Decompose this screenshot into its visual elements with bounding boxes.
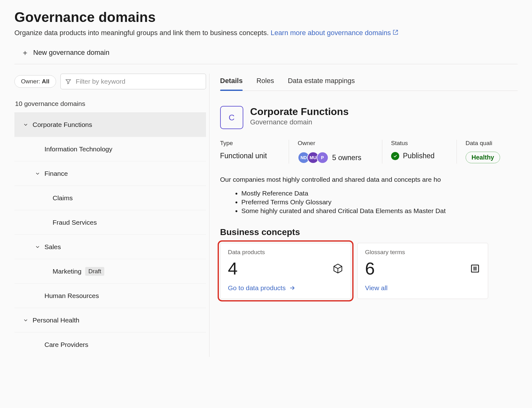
card-link-text: Go to data products [228,284,286,292]
new-governance-domain-button[interactable]: ＋ New governance domain [14,46,109,64]
domain-count: 10 governance domains [15,100,206,107]
bullet: Some highly curated and shared Critical … [241,207,518,215]
node-label: Marketing [53,268,81,275]
node-label: Sales [44,243,61,251]
bullet: Preferred Terms Only Glossary [241,198,518,206]
tree-node-sales[interactable]: Sales [14,235,206,259]
new-button-label: New governance domain [33,49,109,57]
page-title: Governance domains [14,9,518,25]
learn-more-text: Learn more about governance domains [271,29,391,37]
meta-value-dq: Healthy [466,152,500,163]
learn-more-link[interactable]: Learn more about governance domains [271,29,398,37]
card-count: 6 [365,258,375,279]
owner-filter-pill[interactable]: Owner: All [14,75,56,88]
meta-value-type: Functional unit [220,152,280,160]
node-label: Fraud Services [53,219,97,226]
filter-icon [65,78,71,85]
card-link-text: View all [365,284,388,292]
bullet: Mostly Reference Data [241,190,518,197]
meta-value-status: Published [391,152,448,160]
node-label: Human Resources [44,292,99,300]
owner-count: 5 owners [332,154,361,162]
tab-data-estate[interactable]: Data estate mappings [288,75,355,91]
node-label: Personal Health [33,316,79,324]
external-link-icon [393,29,398,35]
domain-bullets: Mostly Reference Data Preferred Terms On… [220,190,518,215]
page-subtitle: Organize data products into meaningful g… [14,29,518,37]
node-label: Information Technology [44,145,112,153]
chevron-down-icon [33,244,42,250]
filter-keyword-wrap[interactable] [60,74,206,89]
domain-avatar: C [220,106,243,129]
domain-tree: Corporate Functions Information Technolo… [14,112,206,357]
tree-node-hr[interactable]: Human Resources [14,284,206,308]
box-icon [333,263,343,274]
check-circle-icon [391,152,399,160]
avatar: P [317,152,328,164]
tree-node-finance[interactable]: Finance [14,161,206,186]
tree-node-fraud[interactable]: Fraud Services [14,210,206,235]
left-panel: Owner: All 10 governance domains Corpora… [14,74,209,357]
tree-node-marketing[interactable]: Marketing Draft [14,259,206,284]
card-count: 4 [228,258,238,279]
tree-node-care[interactable]: Care Providers [14,332,206,357]
node-label: Finance [44,170,68,177]
go-to-data-products-link[interactable]: Go to data products [228,284,296,292]
view-all-link[interactable]: View all [365,284,388,292]
chevron-down-icon [33,171,42,176]
domain-description: Our companies most highly controlled and… [220,175,518,184]
owner-avatars: ND MU P [298,152,328,164]
plus-icon: ＋ [21,48,29,58]
meta-value-owner[interactable]: ND MU P 5 owners [298,152,373,164]
tree-node-it[interactable]: Information Technology [14,137,206,161]
domain-subtype: Governance domain [250,118,349,126]
node-label: Claims [53,194,73,202]
tab-roles[interactable]: Roles [256,75,274,91]
node-label: Corporate Functions [33,121,92,128]
business-concepts-header: Business concepts [220,227,518,237]
card-glossary-terms[interactable]: Glossary terms 6 View all [357,243,488,299]
draft-badge: Draft [85,267,104,276]
arrow-right-icon [289,285,296,291]
meta-label-dq: Data quali [466,140,500,147]
tree-node-personal-health[interactable]: Personal Health [14,308,206,332]
meta-row: Type Functional unit Owner ND MU P 5 own… [220,140,518,164]
tree-node-corporate-functions[interactable]: Corporate Functions [14,112,206,137]
owner-value: All [42,78,49,85]
list-icon [470,263,480,274]
divider [14,64,518,64]
tab-details[interactable]: Details [220,75,243,91]
tabs: Details Roles Data estate mappings [220,75,518,91]
card-title: Data products [228,249,343,256]
subtitle-text: Organize data products into meaningful g… [14,29,271,37]
owner-label: Owner: [21,78,42,85]
right-panel: Details Roles Data estate mappings C Cor… [214,74,518,357]
domain-name: Corporate Functions [250,106,349,118]
tree-node-claims[interactable]: Claims [14,186,206,210]
node-label: Care Providers [44,341,88,348]
chevron-down-icon [21,317,30,323]
card-title: Glossary terms [365,249,480,256]
card-data-products[interactable]: Data products 4 Go to data products [220,243,351,299]
meta-label-type: Type [220,140,280,147]
status-text: Published [403,152,435,160]
meta-label-owner: Owner [298,140,373,147]
health-pill: Healthy [466,152,500,163]
meta-label-status: Status [391,140,448,147]
chevron-down-icon [21,122,30,128]
filter-keyword-input[interactable] [75,77,201,86]
